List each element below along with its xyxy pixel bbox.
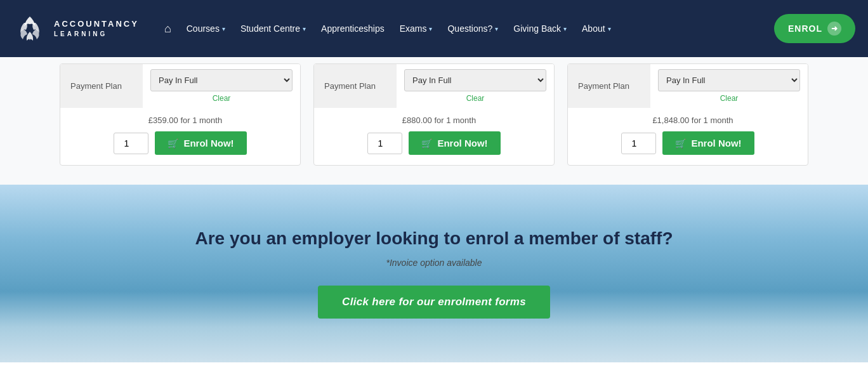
employer-section: Are you an employer looking to enrol a m… (0, 185, 868, 362)
logo-text: ACCOUNTANCY LEARNING (54, 19, 139, 38)
enrol-now-label-2: Enrol Now! (437, 138, 487, 148)
invoice-note: *Invoice option available (386, 258, 482, 268)
payment-plan-select-1[interactable]: Pay In Full Monthly Payment Plan Quarter… (150, 69, 293, 91)
card-select-area-3: Pay In Full Monthly Payment Plan Quarter… (650, 64, 808, 108)
enrol-button-label: ENROL (788, 23, 822, 34)
chevron-down-icon: ▾ (608, 25, 611, 32)
cart-icon: 🛒 (168, 138, 178, 148)
products-section: Payment Plan Pay In Full Monthly Payment… (0, 57, 868, 185)
enrol-now-button-1[interactable]: 🛒 Enrol Now! (155, 131, 246, 155)
nav-about[interactable]: About ▾ (575, 18, 617, 39)
clear-link-3[interactable]: Clear (658, 94, 800, 103)
employer-title: Are you an employer looking to enrol a m… (195, 228, 673, 249)
product-card-3: Payment Plan Pay In Full Monthly Payment… (567, 63, 808, 166)
nav-home[interactable]: ⌂ (158, 17, 178, 41)
qty-input-3[interactable] (621, 133, 656, 154)
enrol-now-button-2[interactable]: 🛒 Enrol Now! (409, 131, 500, 155)
nav-courses-label: Courses (187, 23, 220, 34)
price-text-3: £1,848.00 for 1 month (642, 112, 733, 125)
qty-input-2[interactable] (367, 133, 402, 154)
chevron-down-icon: ▾ (222, 25, 225, 32)
nav-questions-label: Questions? (447, 23, 492, 34)
enrol-now-label-3: Enrol Now! (691, 138, 741, 148)
nav-apprenticeships-label: Apprenticeships (321, 23, 385, 34)
chevron-down-icon: ▾ (303, 25, 306, 32)
nav-about-label: About (582, 23, 605, 34)
enrol-now-button-3[interactable]: 🛒 Enrol Now! (662, 131, 754, 155)
price-text-2: £880.00 for 1 month (392, 112, 476, 125)
enrol-now-label-1: Enrol Now! (183, 138, 233, 148)
price-text-1: £359.00 for 1 month (138, 112, 222, 125)
product-card-1: Payment Plan Pay In Full Monthly Payment… (60, 63, 301, 166)
chevron-down-icon: ▾ (429, 25, 432, 32)
nav-apprenticeships[interactable]: Apprenticeships (315, 18, 391, 39)
chevron-down-icon: ▾ (495, 25, 498, 32)
logo-icon (13, 11, 48, 46)
payment-plan-select-2[interactable]: Pay In Full Monthly Payment Plan Quarter… (404, 69, 546, 91)
nav-giving-back[interactable]: Giving Back ▾ (507, 18, 573, 39)
nav-exams[interactable]: Exams ▾ (393, 18, 439, 39)
card-bottom-1: 🛒 Enrol Now! (60, 125, 300, 165)
payment-plan-select-3[interactable]: Pay In Full Monthly Payment Plan Quarter… (658, 69, 800, 91)
qty-input-1[interactable] (114, 133, 148, 154)
nav-questions[interactable]: Questions? ▾ (441, 18, 504, 39)
card-top-3: Payment Plan Pay In Full Monthly Payment… (568, 64, 808, 108)
card-bottom-3: 🛒 Enrol Now! (568, 125, 808, 165)
nav-student-centre-label: Student Centre (240, 23, 300, 34)
cart-icon: 🛒 (421, 138, 432, 148)
cart-icon: 🛒 (675, 138, 686, 148)
payment-plan-label-2: Payment Plan (314, 64, 397, 108)
card-select-area-1: Pay In Full Monthly Payment Plan Quarter… (143, 64, 300, 108)
card-bottom-2: 🛒 Enrol Now! (314, 125, 554, 165)
arrow-right-icon: ➜ (827, 22, 841, 36)
product-card-2: Payment Plan Pay In Full Monthly Payment… (313, 63, 555, 166)
clear-link-2[interactable]: Clear (404, 94, 546, 103)
nav-exams-label: Exams (400, 23, 427, 34)
logo[interactable]: ACCOUNTANCY LEARNING (13, 11, 139, 46)
enrolment-forms-button[interactable]: Click here for our enrolment forms (318, 286, 550, 319)
card-top-1: Payment Plan Pay In Full Monthly Payment… (60, 64, 300, 108)
clear-link-1[interactable]: Clear (150, 94, 293, 103)
nav-giving-back-label: Giving Back (513, 23, 561, 34)
payment-plan-label-1: Payment Plan (60, 64, 143, 108)
products-grid: Payment Plan Pay In Full Monthly Payment… (51, 63, 817, 166)
navbar: ACCOUNTANCY LEARNING ⌂ Courses ▾ Student… (0, 0, 868, 57)
nav-courses[interactable]: Courses ▾ (180, 18, 232, 39)
nav-links: ⌂ Courses ▾ Student Centre ▾ Apprentices… (158, 17, 774, 41)
nav-student-centre[interactable]: Student Centre ▾ (234, 18, 312, 39)
home-icon: ⌂ (164, 22, 171, 36)
chevron-down-icon: ▾ (563, 25, 567, 32)
payment-plan-label-3: Payment Plan (568, 64, 650, 108)
card-select-area-2: Pay In Full Monthly Payment Plan Quarter… (397, 64, 554, 108)
card-top-2: Payment Plan Pay In Full Monthly Payment… (314, 64, 554, 108)
enrol-button[interactable]: ENROL ➜ (774, 14, 855, 43)
